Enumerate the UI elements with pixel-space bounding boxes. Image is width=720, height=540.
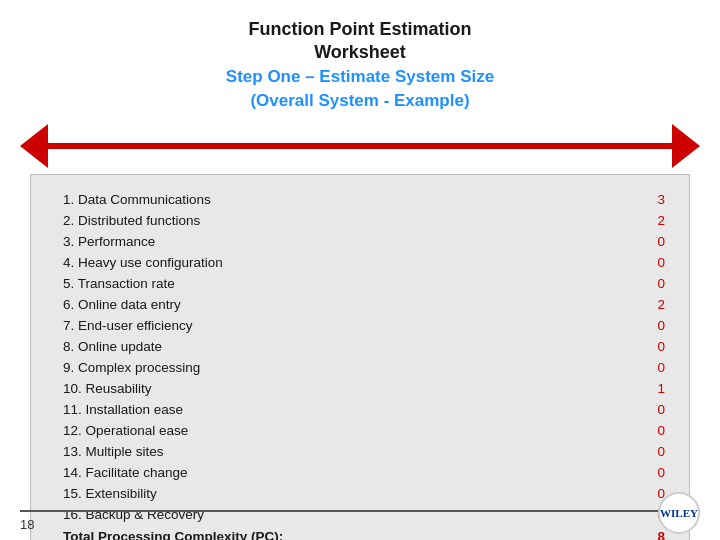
item-label-7: 7. End-user efficiency [63, 315, 637, 335]
item-value-4: 0 [657, 252, 665, 272]
item-value-2: 2 [657, 210, 665, 230]
item-label-10: 10. Reusability [63, 378, 637, 398]
item-value-12: 0 [657, 420, 665, 440]
item-label-9: 9. Complex processing [63, 357, 637, 377]
wiley-label: WILEY [660, 507, 698, 519]
page-number: 18 [20, 517, 34, 532]
item-label-5: 5. Transaction rate [63, 273, 637, 293]
item-value-9: 0 [657, 357, 665, 377]
arrow-line [48, 143, 672, 149]
arrow-right-icon [672, 124, 700, 168]
item-label-15: 15. Extensibility [63, 483, 637, 503]
item-label-16: 16. Backup & Recovery [63, 504, 637, 524]
content-box: 1. Data Communications32. Distributed fu… [30, 174, 690, 540]
item-value-6: 2 [657, 294, 665, 314]
item-value-1: 3 [657, 189, 665, 209]
arrow-row [20, 124, 700, 168]
item-label-13: 13. Multiple sites [63, 441, 637, 461]
item-label-11: 11. Installation ease [63, 399, 637, 419]
item-label-12: 12. Operational ease [63, 420, 637, 440]
item-value-8: 0 [657, 336, 665, 356]
item-value-7: 0 [657, 315, 665, 335]
bottom-bar [20, 510, 700, 512]
item-value-14: 0 [657, 462, 665, 482]
title-line3: Step One – Estimate System Size [226, 67, 494, 86]
item-label-6: 6. Online data entry [63, 294, 637, 314]
title-line4: (Overall System - Example) [250, 91, 469, 110]
title-block: Function Point Estimation Worksheet Step… [226, 18, 494, 112]
item-value-10: 1 [657, 378, 665, 398]
title-line1: Function Point Estimation [249, 19, 472, 39]
page-container: Function Point Estimation Worksheet Step… [0, 0, 720, 540]
item-value-5: 0 [657, 273, 665, 293]
item-label-14: 14. Facilitate change [63, 462, 637, 482]
title-line2: Worksheet [314, 42, 406, 62]
item-label-2: 2. Distributed functions [63, 210, 637, 230]
total-label: Total Processing Complexity (PC): [63, 525, 637, 540]
item-label-8: 8. Online update [63, 336, 637, 356]
item-label-1: 1. Data Communications [63, 189, 637, 209]
items-grid: 1. Data Communications32. Distributed fu… [63, 189, 665, 540]
item-value-3: 0 [657, 231, 665, 251]
item-value-13: 0 [657, 441, 665, 461]
item-value-11: 0 [657, 399, 665, 419]
item-label-3: 3. Performance [63, 231, 637, 251]
arrow-left-icon [20, 124, 48, 168]
title-main: Function Point Estimation Worksheet [226, 18, 494, 65]
wiley-logo: WILEY [658, 492, 700, 534]
title-sub: Step One – Estimate System Size (Overall… [226, 65, 494, 113]
item-label-4: 4. Heavy use configuration [63, 252, 637, 272]
